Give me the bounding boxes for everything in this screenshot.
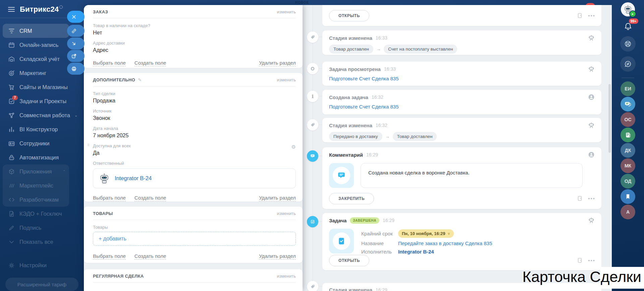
select-field-link[interactable]: Выбрать поле: [93, 60, 126, 66]
section-additional-title: ДОПОЛНИТЕЛЬНО: [93, 77, 135, 82]
edit-section-link[interactable]: изменить: [277, 77, 296, 82]
collapse-slider-button[interactable]: [67, 38, 85, 50]
messenger-icon[interactable]: [621, 97, 635, 112]
field-source[interactable]: Источник Звонок: [93, 108, 296, 121]
field-in-stock[interactable]: Товар в наличии на складе? Нет: [93, 23, 296, 36]
person-author-icon: [588, 94, 595, 100]
stage-from-chip: Товар доставлен: [329, 45, 373, 54]
sidebar-item-applications[interactable]: Приложения ⌃: [3, 164, 69, 178]
sidebar-item-developers[interactable]: Разработчикам: [3, 193, 69, 207]
responsible-user-link[interactable]: Integrator B-24: [115, 175, 152, 181]
edit-pencil-icon[interactable]: ✎: [138, 77, 142, 82]
task-link[interactable]: Подготовьте Счет Сделка 835: [329, 76, 399, 81]
task-assignee-link[interactable]: Integrator B-24: [398, 249, 434, 254]
avatar-od[interactable]: ОД: [621, 174, 635, 189]
field-deal-type[interactable]: Тип сделки Продажа: [93, 91, 296, 104]
avatar-dk[interactable]: ДК: [621, 143, 635, 158]
collaboration-icon: [8, 112, 15, 119]
stage-to-chip: Счет на постоплату выставлен: [384, 45, 458, 54]
news-icon[interactable]: [621, 128, 635, 142]
comment-bubble-icon: [333, 167, 350, 184]
timeline-scrollbar[interactable]: [608, 84, 611, 153]
section-order-title: ЗАКАЗ: [93, 9, 108, 14]
bot-author-icon: [588, 66, 595, 72]
sidebar-item-automation[interactable]: Автоматизация: [3, 150, 69, 164]
avatar-ei[interactable]: ЕИ: [621, 81, 635, 96]
more-menu-icon[interactable]: •••: [588, 14, 595, 17]
more-menu-icon[interactable]: •••: [588, 259, 595, 262]
task-check-icon: [333, 232, 350, 250]
note-icon[interactable]: [577, 257, 583, 264]
avatar-os[interactable]: ОС: [621, 112, 635, 127]
close-slider-button[interactable]: [67, 11, 85, 23]
sidebar-item-kedo[interactable]: КЭДО + Госключ: [3, 207, 69, 221]
drag-handle-icon[interactable]: ⠿: [87, 143, 89, 147]
deadline-pill[interactable]: Пн, 10 ноября, 16:29 ∨: [398, 229, 454, 238]
sidebar-item-employees[interactable]: Сотрудники: [3, 136, 69, 150]
note-icon[interactable]: [577, 195, 583, 202]
sidebar-item-tasks-projects[interactable]: 7 Задачи и Проекты: [3, 94, 69, 108]
avatar-a[interactable]: А: [621, 205, 635, 219]
chat-transfer-button[interactable]: [620, 56, 636, 72]
sidebar-item-warehouse[interactable]: Складской учёт: [3, 52, 69, 66]
close-icon: [71, 14, 77, 20]
open-new-window-button[interactable]: [67, 50, 85, 62]
copy-link-button[interactable]: [67, 25, 85, 37]
sidebar-item-crm[interactable]: CRM: [3, 24, 69, 38]
field-available-for-all[interactable]: ⠿ Доступна для всех Да ⚙: [93, 143, 296, 156]
sidebar-item-marketplace[interactable]: Маркетплейс: [3, 178, 69, 193]
pin-button[interactable]: ЗАКРЕПИТЬ: [329, 193, 374, 204]
sidebar-item-signature[interactable]: Подпись: [3, 221, 69, 235]
create-field-link[interactable]: Создать поле: [135, 253, 166, 260]
print-button[interactable]: [67, 63, 85, 75]
edit-section-link[interactable]: изменить: [277, 274, 296, 279]
marketing-icon: [8, 70, 15, 77]
select-field-link[interactable]: Выбрать поле: [93, 195, 126, 201]
sidebar-item-online-booking[interactable]: Онлайн-запись: [3, 38, 69, 52]
select-field-link[interactable]: Выбрать поле: [93, 253, 126, 260]
field-start-date[interactable]: Дата начала 7 ноября 2025: [93, 126, 296, 139]
add-product-button[interactable]: + добавить: [93, 232, 296, 246]
sidebar-item-settings[interactable]: Настройки: [3, 258, 69, 272]
sidebar-item-marketing[interactable]: Маркетинг: [3, 66, 69, 80]
pen-icon: [8, 224, 15, 231]
create-field-link[interactable]: Создать поле: [135, 195, 166, 201]
more-menu-icon[interactable]: •••: [588, 197, 595, 200]
sidebar-apps-group: Приложения ⌃ Маркетплейс Разработчикам: [3, 164, 69, 207]
overlay-label: Карточка Сделки: [523, 268, 641, 286]
chat-sync-icon: [624, 60, 632, 68]
tariff-button[interactable]: Расширенный тариф: [5, 278, 78, 291]
field-settings-gear-icon[interactable]: ⚙: [291, 144, 296, 150]
app-logo[interactable]: Битрикс24: [20, 5, 63, 14]
person-author-icon: [588, 151, 595, 158]
support-button[interactable]: [620, 36, 636, 52]
section-additional: ДОПОЛНИТЕЛЬНО ✎ изменить Тип сделки Прод…: [84, 73, 303, 202]
note-icon[interactable]: [577, 12, 583, 19]
sidebar-item-collaboration[interactable]: Совместная работа ⌄: [3, 108, 69, 122]
sidebar-item-bi-builder[interactable]: BI Конструктор: [3, 122, 69, 136]
sidebar-item-sites-stores[interactable]: Сайты и Магазины: [3, 80, 69, 94]
task-link[interactable]: Подготовьте Счет Сделка 835: [329, 104, 399, 110]
bookmark-icon[interactable]: [621, 189, 635, 204]
link-icon: [71, 28, 77, 34]
notifications-bell-button[interactable]: 99+: [624, 22, 633, 31]
timeline-card-partial: ОТКРЫТЬ •••: [322, 5, 601, 26]
bot-author-icon: [588, 34, 595, 41]
edit-section-link[interactable]: изменить: [277, 211, 296, 216]
avatar-mk[interactable]: МК: [621, 158, 635, 173]
edit-section-link[interactable]: изменить: [277, 9, 296, 14]
responsible-user-box[interactable]: Integrator B-24: [93, 168, 296, 188]
create-field-link[interactable]: Создать поле: [135, 60, 166, 66]
open-button[interactable]: ОТКРЫТЬ: [329, 10, 369, 21]
delete-section-link[interactable]: Удалить раздел: [259, 253, 296, 260]
sidebar-item-show-all[interactable]: Показать все: [3, 235, 69, 249]
open-button[interactable]: ОТКРЫТЬ: [329, 255, 369, 266]
delete-section-link[interactable]: Удалить раздел: [259, 195, 296, 201]
field-products: Товары + добавить: [93, 225, 296, 246]
task-name-link[interactable]: Передайте заказ в доставку Сделка 835: [398, 240, 492, 246]
timeline-card-stage-changed: Стадия изменена 16:32 Передано в доставк…: [322, 118, 601, 142]
delete-section-link[interactable]: Удалить раздел: [259, 60, 296, 66]
field-delivery-address[interactable]: Адрес доставки Адрес: [93, 41, 296, 53]
user-avatar-robot[interactable]: ▶: [621, 2, 635, 16]
hamburger-menu-icon[interactable]: [8, 7, 15, 12]
